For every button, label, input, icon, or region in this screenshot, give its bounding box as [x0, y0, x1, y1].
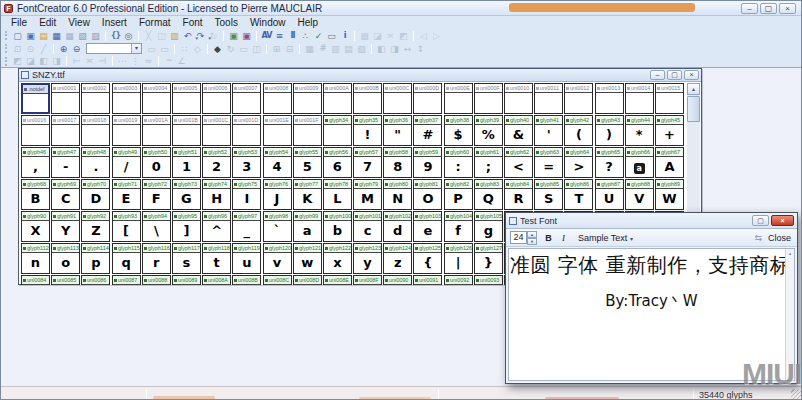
- zoom-in-button[interactable]: ⊕: [57, 43, 70, 55]
- glyph-cell-glyph73[interactable]: glyph73G: [172, 179, 201, 210]
- glyph-cell-uni0014[interactable]: uni0014: [625, 83, 654, 114]
- glyph-cell-uni0017[interactable]: uni0017: [51, 115, 80, 146]
- glyph-cell-uni0013[interactable]: uni0013: [595, 83, 624, 114]
- glyph-cell-uni008B[interactable]: uni008B: [232, 275, 261, 285]
- glyph-cell-uni0006[interactable]: uni0006: [202, 83, 231, 114]
- glyph-cell-glyph88[interactable]: glyph88V: [625, 179, 654, 210]
- menu-file[interactable]: File: [5, 17, 33, 28]
- glyph-cell-glyph102[interactable]: glyph102d: [383, 211, 412, 242]
- toolbar-grip[interactable]: [5, 31, 8, 40]
- glyph-cell-uni008D[interactable]: uni008D: [293, 275, 322, 285]
- glyph-cell-glyph81[interactable]: glyph81O: [413, 179, 442, 210]
- glyph-cell-glyph104[interactable]: glyph104f: [444, 211, 473, 242]
- paste-button[interactable]: ▥: [168, 30, 181, 42]
- menu-window[interactable]: Window: [244, 17, 292, 28]
- chevron-down-icon[interactable]: ▾: [131, 44, 141, 53]
- glyph-cell-uni001E[interactable]: uni001E: [263, 115, 292, 146]
- glyph-cell-uni001F[interactable]: uni001F: [293, 115, 322, 146]
- glyph-cell-uni0018[interactable]: uni0018: [81, 115, 110, 146]
- glyph-cell-uni0012[interactable]: uni0012: [564, 83, 593, 114]
- pen-directions-button[interactable]: ↻: [224, 43, 237, 55]
- glyph-cell-uni000E[interactable]: uni000E: [444, 83, 473, 114]
- glyph-cell-glyph69[interactable]: glyph69C: [51, 179, 80, 210]
- corner-point-button[interactable]: ∠: [175, 55, 188, 67]
- knife-mode-button[interactable]: ╱: [37, 43, 50, 55]
- menu-tools[interactable]: Tools: [209, 17, 244, 28]
- glyph-cell-uni0001[interactable]: uni0001: [51, 83, 80, 114]
- glyph-cell-glyph42[interactable]: glyph42(: [564, 115, 593, 146]
- bold-button[interactable]: B: [542, 231, 555, 244]
- glyph-cell-uni0093[interactable]: uni0093: [474, 275, 503, 285]
- glyph-names-button[interactable]: ◪: [371, 30, 384, 42]
- show-background-button[interactable]: ▧: [355, 43, 368, 55]
- glyph-cell-glyph46[interactable]: glyph46,: [21, 147, 50, 178]
- document-titlebar[interactable]: SNZY.ttf ‒▢×: [19, 69, 701, 82]
- glyph-cell-glyph93[interactable]: glyph93[: [112, 211, 141, 242]
- glyph-cell-glyph74[interactable]: glyph74H: [202, 179, 231, 210]
- compare-fonts-button[interactable]: ≍: [384, 30, 397, 42]
- glyph-cell-uni008F[interactable]: uni008F: [353, 275, 382, 285]
- new-font-button[interactable]: ▢: [11, 30, 24, 42]
- glyph-cell-glyph66[interactable]: glyph66a: [625, 147, 654, 178]
- glyph-cell-uni0019[interactable]: uni0019: [112, 115, 141, 146]
- font-properties-button[interactable]: ▨: [89, 30, 102, 42]
- glyph-cell-uni0009[interactable]: uni0009: [293, 83, 322, 114]
- show-contours-button[interactable]: ◇: [191, 43, 204, 55]
- glyph-cell-glyph59[interactable]: glyph599: [413, 147, 442, 178]
- glyph-cell-glyph77[interactable]: glyph77K: [293, 179, 322, 210]
- point-mode-button[interactable]: ⊙: [24, 43, 37, 55]
- glyph-cell-glyph115[interactable]: glyph115q: [112, 243, 141, 274]
- glyph-cell-uni000F[interactable]: uni000F: [474, 83, 503, 114]
- fill-outlines-button[interactable]: ◆: [211, 43, 224, 55]
- glyph-cell-glyph127[interactable]: glyph127}: [474, 243, 503, 274]
- distribute-horizontal-button[interactable]: ⋯: [116, 55, 129, 67]
- glyph-cell-glyph72[interactable]: glyph72F: [142, 179, 171, 210]
- glyph-cell-glyph124[interactable]: glyph124z: [383, 243, 412, 274]
- copy-button[interactable]: ◫: [155, 30, 168, 42]
- zoom-out-button[interactable]: ⊖: [70, 43, 83, 55]
- align-left-button[interactable]: ◧: [375, 43, 388, 55]
- glyph-cell-uni000A[interactable]: uni000A: [323, 83, 352, 114]
- show-comb-button[interactable]: ▤: [342, 43, 355, 55]
- glyph-metrics-button[interactable]: ≡: [273, 30, 286, 42]
- align-points-center-button[interactable]: ≍: [83, 55, 96, 67]
- menu-view[interactable]: View: [62, 17, 96, 28]
- glyph-cell-uni0086[interactable]: uni0086: [81, 275, 110, 285]
- next-font-button[interactable]: ▷: [430, 30, 443, 42]
- glyph-cell-glyph43[interactable]: glyph43): [595, 115, 624, 146]
- glyph-cell-glyph76[interactable]: glyph76J: [263, 179, 292, 210]
- smooth-curve-button[interactable]: ~: [162, 55, 175, 67]
- glyph-cell-uni0088[interactable]: uni0088: [142, 275, 171, 285]
- insert-characters-button[interactable]: ▣: [240, 30, 253, 42]
- glyph-cell-glyph40[interactable]: glyph40&: [504, 115, 533, 146]
- menu-format[interactable]: Format: [133, 17, 177, 28]
- glyph-cell-glyph100[interactable]: glyph100b: [323, 211, 352, 242]
- find-glyph-button[interactable]: ◎: [122, 30, 135, 42]
- export-font-button[interactable]: ▧: [76, 30, 89, 42]
- glyph-cell-glyph50[interactable]: glyph500: [142, 147, 171, 178]
- test-font-button[interactable]: ✓: [312, 30, 325, 42]
- minimize-button[interactable]: ‒: [650, 70, 665, 80]
- glyph-cell-uni0089[interactable]: uni0089: [172, 275, 201, 285]
- glyph-cell-uni0084[interactable]: uni0084: [21, 275, 50, 285]
- glyph-cell-glyph113[interactable]: glyph113o: [51, 243, 80, 274]
- glyph-cell-glyph34[interactable]: glyph34: [323, 115, 352, 146]
- size-up-icon[interactable]: ▲: [527, 231, 537, 238]
- glyph-cell-glyph103[interactable]: glyph103e: [413, 211, 442, 242]
- close-button[interactable]: ×: [771, 215, 794, 226]
- scrollbar-thumb[interactable]: [687, 96, 700, 122]
- glyph-cell-glyph49[interactable]: glyph49/: [112, 147, 141, 178]
- zoom-fit-button[interactable]: ▭: [158, 43, 171, 55]
- glyph-cell-uni001D[interactable]: uni001D: [232, 115, 261, 146]
- show-grid-button[interactable]: ▦: [303, 43, 316, 55]
- arrange-down-button[interactable]: ◨: [50, 55, 63, 67]
- glyph-cell-glyph112[interactable]: glyph112n: [21, 243, 50, 274]
- autokern-button[interactable]: AV: [260, 30, 273, 42]
- align-points-left-button[interactable]: ⊢: [70, 55, 83, 67]
- glyph-cell-glyph126[interactable]: glyph126|: [444, 243, 473, 274]
- glyph-cell-glyph65[interactable]: glyph65?: [595, 147, 624, 178]
- glyph-cell-glyph55[interactable]: glyph555: [293, 147, 322, 178]
- glyph-cell-uni001B[interactable]: uni001B: [172, 115, 201, 146]
- glyph-cell-uni0087[interactable]: uni0087: [112, 275, 141, 285]
- glyph-cell-glyph39[interactable]: glyph39%: [474, 115, 503, 146]
